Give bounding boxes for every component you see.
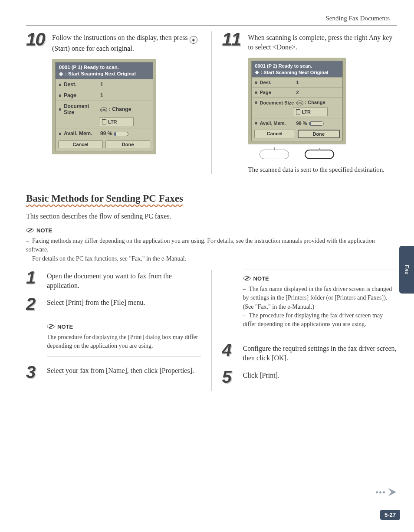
step-number-11: 11 xyxy=(222,31,242,52)
lcd11-cancel-button: Cancel xyxy=(254,130,296,138)
step-number-5: 5 xyxy=(222,369,237,385)
step-number-2: 2 xyxy=(26,296,41,312)
arrow-right-icon xyxy=(386,486,398,498)
continue-arrow xyxy=(376,486,398,498)
section-description: This section describes the flow of sendi… xyxy=(26,212,171,220)
side-tab-fax: Fax xyxy=(399,246,414,294)
running-header: Sending Fax Documents xyxy=(326,15,390,22)
column-right-upper: 11 When scanning is complete, press the … xyxy=(222,31,397,174)
lcd11-dest-label: Dest. xyxy=(260,80,272,85)
lcd11-head-line1: 0001 (P 2) Ready to scan. xyxy=(255,63,339,69)
note-item-text: The fax name displayed in the fax driver… xyxy=(243,286,392,310)
step-4-text: Configure the required settings in the f… xyxy=(243,342,397,362)
note-item-text: The procedure for displaying the [Print]… xyxy=(47,333,201,351)
note-label: NOTE xyxy=(36,227,52,234)
note-item: –The fax name displayed in the fax drive… xyxy=(243,285,397,311)
diamond-icon: ◈ xyxy=(59,71,63,77)
step-number-1: 1 xyxy=(26,270,41,290)
note-item: –For details on the PC fax functions, se… xyxy=(26,255,397,263)
step-3-note: NOTE –The fax name displayed in the fax … xyxy=(243,270,397,334)
pencil-icon xyxy=(243,274,251,282)
lcd11-page-label: Page xyxy=(260,90,271,95)
header-rule xyxy=(26,25,397,26)
note-block-top: NOTE –Faxing methods may differ dependin… xyxy=(26,226,397,263)
lcd11-doc-label: Document Size xyxy=(260,100,294,105)
document-icon xyxy=(296,109,300,114)
step-5-text: Click [Print]. xyxy=(243,369,279,385)
start-key-icon: ◈ xyxy=(190,36,197,44)
left-any-key xyxy=(260,150,289,159)
note-item: –The procedure for displaying the fax dr… xyxy=(243,311,397,329)
lcd11-mem-label: Avail. Mem. xyxy=(260,121,286,126)
lcd10-sub-val: LTR xyxy=(108,119,117,124)
diamond-icon: ◈ xyxy=(255,69,259,75)
step-10-text: Follow the instructions on the display, … xyxy=(52,31,201,53)
lcd11-header: 0001 (P 2) Ready to scan. ◈ : Start Scan… xyxy=(252,61,342,77)
lcd10-dest-label: Dest. xyxy=(64,82,76,88)
ok-icon: OK xyxy=(100,108,107,112)
section-heading: Basic Methods for Sending PC Faxes xyxy=(26,193,183,207)
lcd11-sub-val: LTR xyxy=(302,109,311,114)
lcd10-page-val: 1 xyxy=(100,92,149,98)
lcd11-doc-val: : Change xyxy=(305,100,325,105)
lcd10-head-line2: : Start Scanning Next Original xyxy=(65,71,136,76)
lcd10-doc-val: : Change xyxy=(109,106,131,112)
column-left-lower: 1 Open the document you want to fax from… xyxy=(26,270,201,391)
lcd10-dest-val: 1 xyxy=(100,82,149,88)
note-item: –Faxing methods may differ depending on … xyxy=(26,237,397,255)
lcd10-doc-label: Document Size xyxy=(64,103,100,115)
hardware-keys xyxy=(248,148,346,159)
lcd10-head-line1: 0001 (P 1) Ready to scan. xyxy=(59,65,149,70)
column-separator xyxy=(211,270,212,391)
lcd-panel-step11: 0001 (P 2) Ready to scan. ◈ : Start Scan… xyxy=(248,58,346,144)
note-label: NOTE xyxy=(57,323,73,330)
document-icon xyxy=(102,119,106,124)
note-item-text: For details on the PC fax functions, see… xyxy=(32,255,186,262)
step-2-note: NOTE The procedure for displaying the [P… xyxy=(47,318,201,356)
step-1-text: Open the document you want to fax from t… xyxy=(47,270,201,290)
note-item-text: Faxing methods may differ depending on t… xyxy=(26,238,375,253)
column-left-upper: 10 Follow the instructions on the displa… xyxy=(26,31,201,174)
pencil-icon xyxy=(26,226,34,234)
lcd10-done-button: Done xyxy=(105,140,150,148)
step-number-3: 3 xyxy=(26,364,41,380)
ok-icon: OK xyxy=(296,101,303,105)
pencil-icon xyxy=(47,323,55,330)
memory-bar-icon xyxy=(309,121,324,126)
lcd10-page-label: Page xyxy=(64,92,76,98)
lcd10-cancel-button: Cancel xyxy=(58,140,103,148)
lcd10-mem-val: 99 % xyxy=(100,131,112,137)
note-label: NOTE xyxy=(253,275,269,282)
lcd11-head-line2: : Start Scanning Next Original xyxy=(261,70,329,75)
right-any-key xyxy=(305,150,334,159)
column-right-lower: NOTE –The fax name displayed in the fax … xyxy=(222,270,397,391)
side-tab-label: Fax xyxy=(404,265,410,274)
step-10-text-b: (Start) once for each original. xyxy=(52,45,134,52)
lcd11-done-button: Done xyxy=(298,130,340,138)
page-number-badge: 5-27 xyxy=(380,510,400,520)
step-10-text-a: Follow the instructions on the display, … xyxy=(52,34,190,41)
note-item-text: The procedure for displaying the fax dri… xyxy=(243,312,383,327)
lcd10-header: 0001 (P 1) Ready to scan. ◈ : Start Scan… xyxy=(56,62,153,79)
step-11-text: When scanning is complete, press the rig… xyxy=(248,31,397,52)
step-number-4: 4 xyxy=(222,342,237,362)
step-2-text: Select [Print] from the [File] menu. xyxy=(47,296,145,312)
lcd11-mem-val: 98 % xyxy=(296,121,307,126)
lcd11-page-val: 2 xyxy=(296,90,339,95)
memory-bar-icon xyxy=(114,132,128,136)
step-number-10: 10 xyxy=(26,31,46,53)
step-3-text: Select your fax from [Name], then click … xyxy=(47,364,194,380)
lcd10-mem-label: Avail. Mem. xyxy=(64,131,92,137)
lcd11-dest-val: 1 xyxy=(296,80,339,85)
column-separator xyxy=(211,31,212,174)
lcd-panel-step10: 0001 (P 1) Ready to scan. ◈ : Start Scan… xyxy=(52,59,156,154)
step-11-after-text: The scanned data is sent to the specifie… xyxy=(248,165,387,174)
